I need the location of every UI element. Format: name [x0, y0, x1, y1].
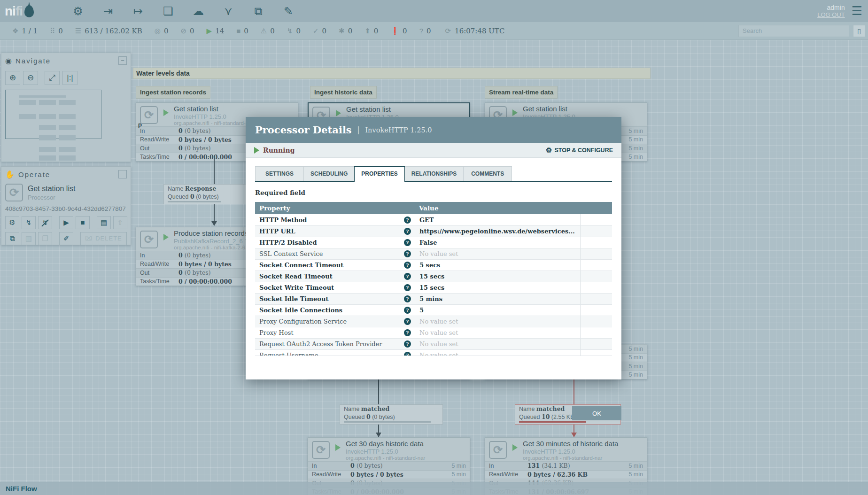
group-button[interactable]: ❐ — [38, 232, 52, 245]
property-row[interactable]: HTTP URL?https://www.pegelonline.wsv.de/… — [255, 225, 612, 237]
tab-scheduling[interactable]: SCHEDULING — [303, 166, 355, 181]
help-icon[interactable]: ? — [404, 307, 411, 314]
help-icon[interactable]: ? — [404, 250, 411, 257]
selected-component-id: 408c9703-8457-33b0-9c4d-432dd6277807 — [5, 205, 127, 212]
bulletin-board-icon[interactable]: ▯ — [853, 25, 865, 37]
global-menu-icon[interactable]: ☰ — [852, 4, 862, 18]
help-icon[interactable]: ? — [404, 329, 411, 336]
stat-disabled: ↯0 — [287, 27, 301, 35]
disabled-icon: ↯ — [287, 27, 293, 35]
output-port-icon[interactable]: ↦ — [130, 5, 147, 18]
configure-button[interactable]: ⚙ — [5, 216, 19, 229]
input-port-icon[interactable]: ⇥ — [100, 5, 116, 18]
help-icon[interactable]: ? — [404, 239, 411, 246]
current-user: admin — [817, 4, 845, 11]
zoom-fit-button[interactable]: ⤢ — [45, 71, 60, 85]
processor-icon[interactable]: ⚙ — [70, 5, 86, 18]
help-icon[interactable]: ? — [404, 273, 411, 280]
running-icon — [163, 234, 169, 240]
connection-label-response[interactable]: Name Response Queued 0 (0 bytes) — [163, 184, 253, 204]
minimize-operate-button[interactable]: − — [118, 170, 127, 178]
property-row[interactable]: Socket Connect Timeout?5 secs — [255, 259, 612, 271]
property-row[interactable]: Socket Idle Connections?5 — [255, 304, 612, 316]
property-row[interactable]: Socket Read Timeout?15 secs — [255, 271, 612, 282]
tab-relationships[interactable]: RELATIONSHIPS — [404, 166, 464, 181]
question-icon: ? — [419, 27, 423, 35]
processor-bundle: org.apache.nifi - nifi-standard-nar — [346, 455, 425, 461]
minimize-navigate-button[interactable]: − — [118, 56, 127, 65]
property-row[interactable]: Socket Idle Timeout?5 mins — [255, 293, 612, 304]
help-icon[interactable]: ? — [404, 262, 411, 269]
canvas-label-ingest-station-records[interactable]: Ingest station records — [136, 86, 210, 99]
paste-button[interactable]: ▥ — [22, 232, 36, 245]
property-row[interactable]: SSL Context Service?No value set — [255, 248, 612, 259]
property-row[interactable]: Proxy Host?No value set — [255, 327, 612, 338]
queue-size-bar — [168, 201, 221, 202]
tab-settings[interactable]: SETTINGS — [255, 166, 304, 181]
check-icon: ✓ — [313, 27, 319, 35]
start-button[interactable]: ▶ — [59, 216, 73, 229]
stat-stopped: ■0 — [236, 27, 248, 35]
tab-properties[interactable]: PROPERTIES — [354, 166, 404, 182]
stat-row-in: In0 (0 bytes)5 min — [308, 461, 470, 470]
help-icon[interactable]: ? — [404, 228, 411, 235]
search-input[interactable] — [738, 25, 849, 37]
processor-icon: ⟳ — [140, 231, 158, 248]
stat-not-transmitting: ⊘0 — [180, 27, 194, 35]
processor-icon: ⟳ — [5, 184, 23, 201]
property-row[interactable]: HTTP/2 Disabled?False — [255, 237, 612, 248]
funnel-icon[interactable]: ⋎ — [220, 5, 237, 18]
property-row[interactable]: Request OAuth2 Access Token Provider?No … — [255, 338, 612, 349]
column-property: Property — [255, 204, 415, 212]
logout-link[interactable]: LOG OUT — [817, 11, 845, 18]
property-row[interactable]: HTTP Method?GET — [255, 214, 612, 225]
label-icon[interactable]: ✎ — [280, 5, 297, 18]
processor-bundle: org.apache.nifi - nifi-kafka-2-6-nar — [174, 245, 255, 250]
property-row[interactable]: Request Username?No value set — [255, 349, 612, 356]
stat-connected-nodes: ❖1 / 1 — [12, 27, 38, 35]
required-field-note: Required field — [255, 189, 305, 196]
zoom-out-button[interactable]: ⊖ — [23, 71, 38, 85]
dialog-subtitle: InvokeHTTP 1.25.0 — [365, 126, 432, 134]
arrow-up-icon: ⬆ — [364, 27, 371, 35]
change-color-button[interactable]: ✐ — [59, 232, 73, 245]
last-refresh[interactable]: ⟳16:07:48 UTC — [445, 27, 505, 35]
canvas-label-stream-real-time-data[interactable]: Stream real-time data — [485, 86, 558, 99]
delete-button[interactable]: ⌧DELETE — [80, 232, 127, 245]
help-icon[interactable]: ? — [404, 340, 411, 348]
stat-running: ▶14 — [207, 27, 225, 35]
help-icon[interactable]: ? — [404, 284, 411, 291]
stat-row-in: In131 (34.1 KB)5 min — [485, 461, 647, 470]
minimap[interactable] — [5, 90, 127, 160]
canvas-label-ingest-historic-data[interactable]: Ingest historic data — [310, 86, 377, 99]
zoom-in-button[interactable]: ⊕ — [5, 71, 20, 85]
ok-button[interactable]: OK — [572, 406, 621, 420]
help-icon[interactable]: ? — [404, 217, 411, 224]
stop-button[interactable]: ■ — [76, 216, 90, 229]
connection-label-matched-left[interactable]: Name matched Queued 0 (0 bytes) — [340, 404, 443, 425]
run-status-label: Running — [263, 147, 294, 154]
process-group-label[interactable]: Water levels data — [133, 68, 651, 79]
process-group-icon[interactable]: ❏ — [160, 5, 177, 18]
status-bar: ❖1 / 1 ⠿0 ☰613 / 162.02 KB ◎0 ⊘0 ▶14 ■0 … — [0, 22, 868, 40]
template-icon[interactable]: ⧉ — [250, 5, 267, 18]
help-icon[interactable]: ? — [404, 295, 411, 302]
processor-bundle: org.apache.nifi - nifi-standard-nar — [174, 120, 253, 126]
tab-comments[interactable]: COMMENTS — [463, 166, 512, 181]
create-template-button[interactable]: ▤ — [97, 216, 111, 229]
help-icon[interactable]: ? — [404, 352, 411, 356]
properties-table-body: HTTP Method?GET HTTP URL?https://www.peg… — [255, 214, 612, 356]
zoom-actual-button[interactable]: |:| — [62, 71, 78, 85]
enable-button[interactable]: ↯ — [22, 216, 36, 229]
processor-type: InvokeHTTP 1.25.0 — [174, 113, 226, 120]
help-icon[interactable]: ? — [404, 318, 411, 325]
breadcrumb-nifi-flow[interactable]: NiFi Flow — [6, 485, 37, 493]
property-row[interactable]: Proxy Configuration Service?No value set — [255, 316, 612, 327]
disable-button[interactable]: ↯ — [38, 216, 52, 229]
copy-button[interactable]: ⧉ — [5, 232, 19, 245]
remote-process-group-icon[interactable]: ☁ — [190, 5, 207, 18]
stop-and-configure-button[interactable]: ⚙ STOP & CONFIGURE — [546, 146, 613, 155]
upload-template-button[interactable]: ⇧ — [113, 216, 127, 229]
stat-invalid: ⚠0 — [261, 27, 275, 35]
property-row[interactable]: Socket Write Timeout?15 secs — [255, 282, 612, 293]
